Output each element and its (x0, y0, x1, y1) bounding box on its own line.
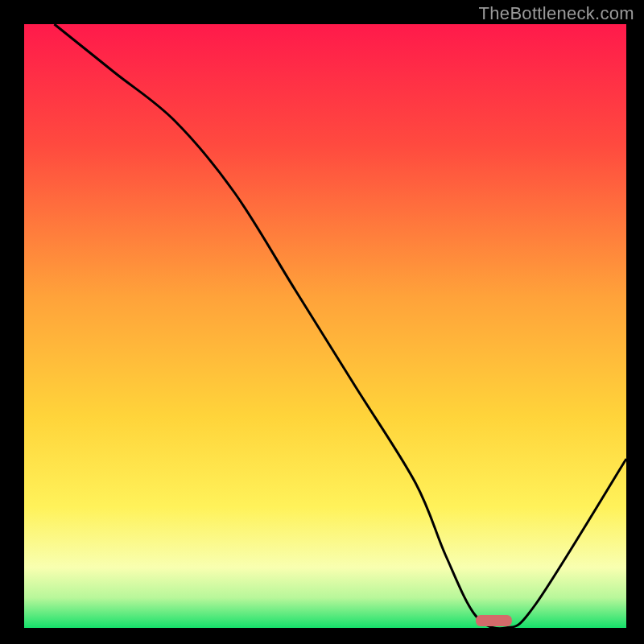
bottleneck-chart (0, 0, 644, 644)
plot-background (24, 24, 626, 628)
watermark-text: TheBottleneck.com (479, 3, 634, 24)
chart-frame: TheBottleneck.com (0, 0, 644, 644)
optimal-range-marker (476, 615, 512, 626)
